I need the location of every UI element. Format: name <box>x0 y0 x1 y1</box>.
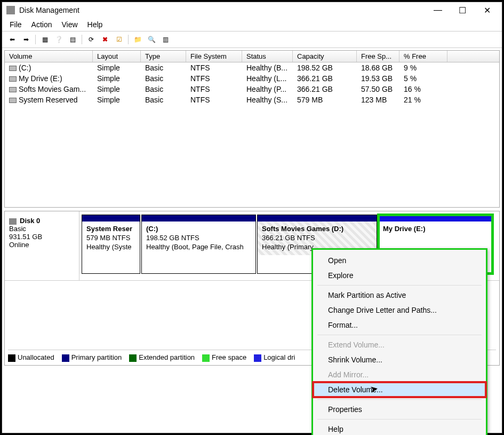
ctx-mirror: Add Mirror... <box>313 367 486 382</box>
volume-name: System Reserved <box>19 96 77 104</box>
cell: 198.52 GB <box>293 63 357 73</box>
cell: 366.21 GB <box>293 74 357 83</box>
cell: NTFS <box>186 63 242 73</box>
col-type[interactable]: Type <box>141 51 186 62</box>
cell: Basic <box>141 74 186 83</box>
partition-size: 366.21 GB NTFS <box>262 234 372 243</box>
cell: Healthy (S... <box>242 95 293 105</box>
list-icon[interactable]: ▥ <box>159 34 171 45</box>
partition[interactable]: System Reser 579 MB NTFS Healthy (Syste <box>82 215 140 274</box>
partition-size: 579 MB NTFS <box>86 234 135 243</box>
cell: NTFS <box>186 84 242 94</box>
menu-help[interactable]: Help <box>87 20 103 29</box>
legend-free: Free space <box>202 353 246 362</box>
cell: Basic <box>141 63 186 73</box>
close-button[interactable]: ✕ <box>481 4 493 17</box>
ctx-mark-active[interactable]: Mark Partition as Active <box>313 288 486 303</box>
delete-icon[interactable]: ✖ <box>99 34 111 45</box>
cell: Basic <box>141 84 186 94</box>
minimize-button[interactable]: — <box>431 4 444 17</box>
menu-view[interactable]: View <box>61 20 77 29</box>
legend-unallocated: Unallocated <box>8 353 54 362</box>
col-free[interactable]: Free Sp... <box>357 51 399 62</box>
volume-row[interactable]: Softs Movies Gam... Simple Basic NTFS He… <box>5 84 499 94</box>
col-filesystem[interactable]: File System <box>186 51 242 62</box>
folder-icon[interactable]: 📁 <box>132 34 143 45</box>
volume-name: (C:) <box>19 64 31 72</box>
col-status[interactable]: Status <box>242 51 293 62</box>
col-percent[interactable]: % Free <box>399 51 447 62</box>
partition-name: System Reser <box>86 225 135 234</box>
forward-button[interactable]: ➡ <box>20 34 32 45</box>
volume-row[interactable]: System Reserved Simple Basic NTFS Health… <box>5 94 499 105</box>
cell: 16 % <box>399 84 447 94</box>
ctx-open[interactable]: Open <box>313 253 486 268</box>
partition[interactable]: (C:) 198.52 GB NTFS Healthy (Boot, Page … <box>141 215 256 274</box>
partition-name: (C:) <box>146 225 251 234</box>
col-layout[interactable]: Layout <box>93 51 141 62</box>
help-icon[interactable]: ❔ <box>53 34 65 45</box>
app-icon <box>6 6 15 14</box>
partition-size: 198.52 GB NTFS <box>146 234 251 243</box>
cell: Healthy (L... <box>242 74 293 83</box>
ctx-extend: Extend Volume... <box>313 337 486 352</box>
ctx-shrink[interactable]: Shrink Volume... <box>313 352 486 367</box>
cell: 57.50 GB <box>357 84 399 94</box>
toolbar: ⬅ ➡ ▦ ❔ ▤ ⟳ ✖ ☑ 📁 🔍 ▥ <box>2 31 502 48</box>
disk-name: Disk 0 <box>20 217 40 225</box>
check-icon[interactable]: ☑ <box>113 34 125 45</box>
refresh-icon[interactable]: ⟳ <box>85 34 97 45</box>
cell: 21 % <box>399 95 447 105</box>
cell: NTFS <box>186 95 242 105</box>
ctx-change-letter[interactable]: Change Drive Letter and Paths... <box>313 303 486 318</box>
disk-info[interactable]: Disk 0 Basic 931.51 GB Online <box>5 211 79 280</box>
drive-icon <box>9 98 17 103</box>
drive-icon <box>9 66 17 71</box>
window-controls: — ☐ ✕ <box>431 4 493 17</box>
settings-icon[interactable]: ▤ <box>67 34 78 45</box>
menu-action[interactable]: Action <box>31 20 52 29</box>
cell: 366.21 GB <box>293 84 357 94</box>
cell: Simple <box>93 74 141 83</box>
disk-type: Basic <box>9 225 75 233</box>
cell: 19.53 GB <box>357 74 399 83</box>
cell: Healthy (B... <box>242 63 293 73</box>
drive-icon <box>9 76 17 82</box>
ctx-delete-volume[interactable]: Delete Volume... <box>313 382 486 397</box>
cell: 579 MB <box>293 95 357 105</box>
volume-name: Softs Movies Gam... <box>19 85 86 93</box>
titlebar: Disk Management — ☐ ✕ <box>2 2 502 18</box>
ctx-properties[interactable]: Properties <box>313 402 486 417</box>
partition-status: Healthy (Boot, Page File, Crash <box>146 243 251 252</box>
drive-icon <box>9 87 17 92</box>
legend-extended: Extended partition <box>129 353 195 362</box>
maximize-button[interactable]: ☐ <box>456 4 469 17</box>
volume-list-header: Volume Layout Type File System Status Ca… <box>5 51 499 62</box>
legend-primary: Primary partition <box>62 353 122 362</box>
menubar: File Action View Help <box>2 18 502 31</box>
disk-icon <box>9 218 17 225</box>
ctx-format[interactable]: Format... <box>313 318 486 333</box>
cell: 123 MB <box>357 95 399 105</box>
volume-row[interactable]: (C:) Simple Basic NTFS Healthy (B... 198… <box>5 62 499 73</box>
ctx-help[interactable]: Help <box>313 422 486 435</box>
search-icon[interactable]: 🔍 <box>146 34 157 45</box>
window-title: Disk Management <box>19 6 431 14</box>
cell: Basic <box>141 95 186 105</box>
cell: 9 % <box>399 63 447 73</box>
show-hide-button[interactable]: ▦ <box>39 34 51 45</box>
col-capacity[interactable]: Capacity <box>293 51 357 62</box>
cell: Simple <box>93 84 141 94</box>
back-button[interactable]: ⬅ <box>6 34 18 45</box>
disk-size: 931.51 GB <box>9 233 75 241</box>
cell: Simple <box>93 63 141 73</box>
cell: NTFS <box>186 74 242 83</box>
legend-logical: Logical dri <box>254 353 295 362</box>
disk-status: Online <box>9 241 75 249</box>
volume-row[interactable]: My Drive (E:) Simple Basic NTFS Healthy … <box>5 73 499 84</box>
col-volume[interactable]: Volume <box>5 51 93 62</box>
ctx-explore[interactable]: Explore <box>313 268 486 283</box>
menu-file[interactable]: File <box>10 20 22 29</box>
context-menu: Open Explore Mark Partition as Active Ch… <box>311 248 487 435</box>
cell: Healthy (P... <box>242 84 293 94</box>
